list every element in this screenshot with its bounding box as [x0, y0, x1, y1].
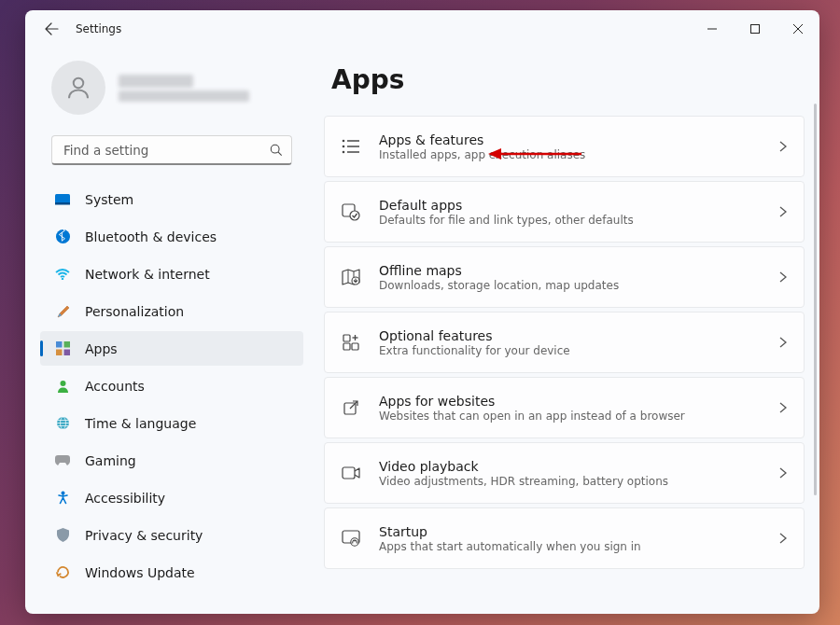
- user-text: [119, 75, 249, 102]
- nav-item-privacy[interactable]: Privacy & security: [40, 518, 303, 552]
- card-apps-for-websites[interactable]: Apps for websites Websites that can open…: [324, 377, 805, 438]
- nav-item-accessibility[interactable]: Accessibility: [40, 480, 303, 515]
- accounts-icon: [55, 379, 70, 394]
- accessibility-icon: [55, 491, 70, 506]
- nav-item-bluetooth[interactable]: Bluetooth & devices: [40, 219, 303, 254]
- svg-rect-12: [63, 350, 70, 356]
- settings-window: Settings: [25, 10, 819, 614]
- card-subtitle: Extra functionality for your device: [379, 344, 779, 357]
- video-icon: [340, 462, 362, 484]
- card-video-playback[interactable]: Video playback Video adjustments, HDR st…: [324, 442, 805, 504]
- external-link-icon: [340, 396, 362, 419]
- map-icon: [340, 266, 362, 288]
- card-title: Apps for websites: [379, 394, 779, 409]
- chevron-right-icon: [779, 141, 787, 152]
- svg-point-20: [343, 140, 345, 143]
- maximize-icon: [750, 24, 760, 34]
- card-subtitle: Video adjustments, HDR streaming, batter…: [379, 475, 779, 488]
- chevron-right-icon: [779, 402, 787, 413]
- nav-list: System Bluetooth & devices Network & int…: [40, 182, 303, 590]
- card-title: Default apps: [379, 198, 779, 213]
- chevron-right-icon: [779, 337, 787, 348]
- main-panel: Apps Apps & features Installed apps, app…: [315, 48, 819, 614]
- minimize-icon: [707, 24, 717, 34]
- wifi-icon: [55, 267, 70, 282]
- svg-rect-38: [343, 467, 355, 479]
- close-icon: [793, 24, 803, 34]
- page-title: Apps: [331, 64, 805, 95]
- nav-item-gaming[interactable]: Gaming: [40, 443, 303, 478]
- card-title: Apps & features: [379, 132, 779, 147]
- nav-item-apps[interactable]: Apps: [40, 331, 303, 366]
- titlebar: Settings: [25, 10, 819, 48]
- svg-point-40: [351, 538, 358, 546]
- card-subtitle: Installed apps, app execution aliases: [379, 148, 779, 161]
- globe-icon: [55, 416, 70, 431]
- card-optional-features[interactable]: Optional features Extra functionality fo…: [324, 312, 805, 373]
- card-subtitle: Downloads, storage location, map updates: [379, 279, 779, 292]
- svg-rect-11: [56, 350, 63, 356]
- card-apps-features[interactable]: Apps & features Installed apps, app exec…: [324, 116, 805, 177]
- nav-item-personalization[interactable]: Personalization: [40, 294, 303, 328]
- nav-label: Time & language: [85, 416, 196, 431]
- sidebar: System Bluetooth & devices Network & int…: [25, 48, 315, 614]
- nav-label: Accessibility: [85, 491, 165, 506]
- maximize-button[interactable]: [734, 14, 777, 44]
- user-account-row[interactable]: [40, 55, 303, 132]
- nav-label: Privacy & security: [85, 528, 203, 543]
- chevron-right-icon: [779, 467, 787, 479]
- user-email-blurred: [119, 90, 249, 102]
- nav-label: Accounts: [85, 379, 145, 394]
- nav-item-network[interactable]: Network & internet: [40, 257, 303, 291]
- window-title: Settings: [76, 22, 121, 35]
- close-button[interactable]: [777, 14, 819, 44]
- user-name-blurred: [119, 75, 193, 88]
- svg-point-3: [271, 145, 279, 153]
- card-title: Offline maps: [379, 263, 779, 278]
- nav-label: Apps: [85, 341, 118, 356]
- card-default-apps[interactable]: Default apps Defaults for file and link …: [324, 181, 805, 243]
- default-apps-icon: [340, 201, 362, 223]
- avatar: [51, 61, 105, 115]
- card-title: Startup: [379, 524, 779, 539]
- optional-features-icon: [340, 331, 362, 354]
- nav-item-time-language[interactable]: Time & language: [40, 406, 303, 440]
- person-icon: [64, 74, 92, 102]
- card-subtitle: Defaults for file and link types, other …: [379, 214, 779, 227]
- chevron-right-icon: [779, 206, 787, 217]
- gaming-icon: [55, 453, 70, 468]
- scrollbar[interactable]: [814, 104, 817, 570]
- nav-item-windows-update[interactable]: Windows Update: [40, 555, 303, 590]
- nav-label: Windows Update: [85, 565, 195, 580]
- nav-item-system[interactable]: System: [40, 182, 303, 216]
- svg-rect-9: [56, 341, 63, 348]
- chevron-right-icon: [779, 533, 787, 544]
- search-input[interactable]: [51, 135, 292, 165]
- chevron-right-icon: [779, 271, 787, 283]
- shield-icon: [55, 528, 70, 543]
- list-icon: [340, 135, 362, 158]
- card-title: Video playback: [379, 459, 779, 474]
- svg-point-2: [74, 78, 84, 89]
- minimize-button[interactable]: [691, 14, 734, 44]
- svg-rect-33: [352, 343, 358, 350]
- apps-icon: [55, 341, 70, 356]
- settings-card-list: Apps & features Installed apps, app exec…: [324, 116, 805, 569]
- back-button[interactable]: [33, 10, 70, 48]
- card-offline-maps[interactable]: Offline maps Downloads, storage location…: [324, 246, 805, 308]
- nav-item-accounts[interactable]: Accounts: [40, 368, 303, 403]
- svg-rect-34: [343, 343, 350, 350]
- card-title: Optional features: [379, 328, 779, 343]
- update-icon: [55, 565, 70, 580]
- card-startup[interactable]: Startup Apps that start automatically wh…: [324, 507, 805, 569]
- search-icon: [270, 144, 283, 157]
- content-area: System Bluetooth & devices Network & int…: [25, 48, 819, 614]
- scrollbar-thumb[interactable]: [814, 104, 817, 495]
- svg-rect-6: [55, 202, 70, 205]
- back-arrow-icon: [44, 21, 59, 36]
- nav-label: System: [85, 192, 133, 207]
- nav-label: Personalization: [85, 304, 184, 319]
- svg-point-8: [62, 277, 63, 279]
- nav-label: Network & internet: [85, 267, 210, 282]
- bluetooth-icon: [55, 229, 70, 244]
